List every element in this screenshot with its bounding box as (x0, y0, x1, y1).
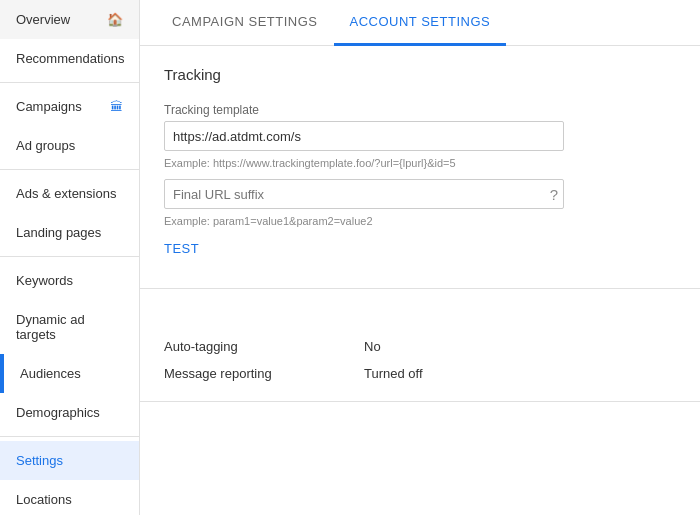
sidebar-item-recommendations[interactable]: Recommendations (0, 39, 139, 78)
tracking-section: Tracking Tracking template Example: http… (140, 46, 700, 289)
message-reporting-value: Turned off (364, 366, 423, 381)
settings-info-section: Auto-tagging No Message reporting Turned… (140, 289, 700, 402)
sidebar-item-label: Demographics (16, 405, 100, 420)
message-reporting-row: Message reporting Turned off (164, 366, 676, 381)
main-content: CAMPAIGN SETTINGS ACCOUNT SETTINGS Track… (140, 0, 700, 515)
test-button[interactable]: TEST (164, 241, 199, 256)
url-suffix-field: ? (164, 179, 564, 209)
auto-tagging-row: Auto-tagging No (164, 339, 676, 354)
sidebar-item-label: Landing pages (16, 225, 101, 240)
sidebar-item-ad-groups[interactable]: Ad groups (0, 126, 139, 165)
content-area: Tracking Tracking template Example: http… (140, 46, 700, 515)
sidebar-item-overview[interactable]: Overview 🏠 (0, 0, 139, 39)
sidebar-item-campaigns[interactable]: Campaigns 🏛 (0, 87, 139, 126)
sidebar-divider-3 (0, 256, 139, 257)
tracking-template-example: Example: https://www.trackingtemplate.fo… (164, 157, 676, 169)
sidebar-item-label: Ad groups (16, 138, 75, 153)
sidebar-item-locations[interactable]: Locations (0, 480, 139, 515)
sidebar-item-label: Recommendations (16, 51, 124, 66)
sidebar-item-demographics[interactable]: Demographics (0, 393, 139, 432)
campaigns-icon: 🏛 (110, 99, 123, 114)
tracking-template-row: Tracking template Example: https://www.t… (164, 99, 676, 256)
help-icon[interactable]: ? (550, 186, 558, 203)
sidebar-divider-2 (0, 169, 139, 170)
sidebar-item-label: Keywords (16, 273, 73, 288)
tracking-template-field: Tracking template Example: https://www.t… (164, 99, 676, 256)
sidebar-item-settings[interactable]: Settings (0, 441, 139, 480)
audiences-arrow (0, 354, 4, 393)
sidebar-item-keywords[interactable]: Keywords (0, 261, 139, 300)
sidebar-item-label: Locations (16, 492, 72, 507)
tracking-template-label: Tracking template (164, 99, 304, 117)
sidebar-item-dynamic-ad-targets[interactable]: Dynamic ad targets (0, 300, 139, 354)
tracking-section-title: Tracking (164, 66, 676, 83)
tab-campaign-settings[interactable]: CAMPAIGN SETTINGS (156, 0, 334, 46)
sidebar-divider-4 (0, 436, 139, 437)
sidebar-item-label: Campaigns (16, 99, 82, 114)
sidebar-item-label: Settings (16, 453, 63, 468)
tracking-template-input[interactable] (164, 121, 564, 151)
sidebar: Overview 🏠 Recommendations Campaigns 🏛 A… (0, 0, 140, 515)
tab-account-settings[interactable]: ACCOUNT SETTINGS (334, 0, 507, 46)
sidebar-item-ads-extensions[interactable]: Ads & extensions (0, 174, 139, 213)
tabs-bar: CAMPAIGN SETTINGS ACCOUNT SETTINGS (140, 0, 700, 46)
url-suffix-input[interactable] (164, 179, 564, 209)
sidebar-item-audiences[interactable]: Audiences (0, 354, 139, 393)
sidebar-item-label: Dynamic ad targets (16, 312, 123, 342)
url-suffix-example: Example: param1=value1&param2=value2 (164, 215, 676, 227)
home-icon: 🏠 (107, 12, 123, 27)
spacer (164, 309, 676, 339)
sidebar-divider (0, 82, 139, 83)
sidebar-item-label: Ads & extensions (16, 186, 116, 201)
message-reporting-label: Message reporting (164, 366, 364, 381)
sidebar-item-label: Overview (16, 12, 70, 27)
auto-tagging-value: No (364, 339, 381, 354)
auto-tagging-label: Auto-tagging (164, 339, 364, 354)
sidebar-item-landing-pages[interactable]: Landing pages (0, 213, 139, 252)
sidebar-item-label: Audiences (16, 366, 81, 381)
